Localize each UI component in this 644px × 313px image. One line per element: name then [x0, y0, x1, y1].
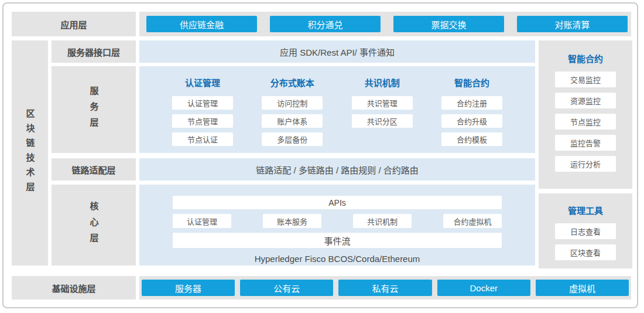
- service-item: 节点管理: [172, 114, 233, 128]
- app-layer-label: 应用层: [12, 12, 136, 36]
- monitor-item: 节点监控: [555, 114, 616, 130]
- service-column-auth: 认证管理 认证管理节点管理节点认证: [172, 76, 233, 153]
- link-routing-bar: 链路适配 / 多链路由 / 路由规则 / 合约路由: [139, 158, 535, 181]
- service-item: 共识分区: [352, 114, 413, 128]
- monitor-item: 资源监控: [555, 93, 616, 108]
- tech-layer-label: 区块链技术层: [24, 109, 36, 197]
- service-item: 多层备份: [262, 132, 323, 146]
- service-column-header: 智能合约: [454, 76, 489, 89]
- event-stream-bar: 事件流: [173, 233, 502, 248]
- infra-button[interactable]: 虚拟机: [536, 280, 629, 296]
- infra-layer-label: 基础设施层: [12, 276, 136, 300]
- link-layer-label: 链路适配层: [52, 158, 136, 181]
- monitor-item: 运行分析: [555, 156, 616, 172]
- infra-button[interactable]: Docker: [437, 280, 530, 296]
- tool-item: 区块查看: [555, 244, 616, 260]
- monitor-item: 交易监控: [555, 72, 616, 87]
- service-item: 认证管理: [172, 96, 233, 110]
- service-layer-label-box: 服务层: [52, 66, 136, 153]
- service-item: 共识管理: [352, 96, 413, 110]
- interface-layer-label: 服务器接口层: [52, 40, 136, 63]
- architecture-diagram: 应用层 供应链金融积分通兑票据交换对账清算 区块链技术层 服务器接口层 应用 S…: [0, 0, 644, 313]
- infra-button[interactable]: 服务器: [142, 280, 235, 296]
- core-layer-label: 核心层: [88, 202, 100, 249]
- service-item: 合约模板: [441, 132, 502, 146]
- service-item: 访问控制: [262, 96, 323, 110]
- service-item: 合约升级: [441, 114, 502, 128]
- monitor-panel: 智能合约 交易监控资源监控节点监控监控告警运行分析: [539, 40, 632, 189]
- service-layer-label: 服务层: [88, 86, 100, 134]
- service-column-ledger: 分布式账本 访问控制账户体系多层备份: [262, 76, 323, 153]
- tech-layer-bar: 区块链技术层: [12, 40, 48, 266]
- service-item: 节点认证: [172, 132, 233, 146]
- service-column-contract: 智能合约 合约注册合约升级合约模板: [441, 76, 502, 153]
- app-button[interactable]: 供应链金融: [146, 16, 257, 32]
- apis-bar: APIs: [173, 196, 502, 209]
- infra-button[interactable]: 公有云: [240, 280, 333, 296]
- service-layer-panel: 认证管理 认证管理节点管理节点认证 分布式账本 访问控制账户体系多层备份 共识机…: [139, 66, 535, 153]
- app-layer-buttons: 供应链金融积分通兑票据交换对账清算: [139, 12, 631, 36]
- service-item: 账户体系: [262, 114, 323, 128]
- service-column-header: 共识机制: [365, 76, 400, 89]
- tools-panel-header: 管理工具: [568, 204, 603, 216]
- service-item: 合约注册: [441, 96, 502, 110]
- service-column-header: 分布式账本: [270, 76, 314, 89]
- core-module: 合约虚拟机: [443, 214, 502, 228]
- core-module: 账本服务: [263, 214, 321, 228]
- service-column-header: 认证管理: [185, 76, 220, 89]
- app-button[interactable]: 积分通兑: [270, 16, 381, 32]
- app-button[interactable]: 对账清算: [517, 16, 628, 32]
- infra-layer-buttons: 服务器公有云私有云Docker虚拟机: [139, 276, 631, 300]
- tool-item: 日志查看: [555, 223, 616, 239]
- app-button[interactable]: 票据交换: [393, 16, 504, 32]
- core-module: 认证管理: [173, 214, 231, 228]
- infra-button[interactable]: 私有云: [338, 280, 431, 296]
- service-column-consensus: 共识机制 共识管理共识分区: [352, 76, 413, 153]
- core-layer-panel: APIs 认证管理账本服务共识机制合约虚拟机 事件流 Hyperledger F…: [139, 185, 535, 266]
- monitor-item: 监控告警: [555, 135, 616, 151]
- monitor-panel-header: 智能合约: [568, 52, 603, 64]
- tools-panel: 管理工具 日志查看区块查看: [539, 193, 632, 268]
- core-modules-row: 认证管理账本服务共识机制合约虚拟机: [173, 214, 502, 228]
- sdk-api-bar: 应用 SDK/Rest API/ 事件通知: [139, 40, 535, 63]
- core-layer-label-box: 核心层: [52, 185, 136, 266]
- platforms-text: Hyperledger Fisco BCOS/Corda/Ethereum: [139, 254, 535, 264]
- core-module: 共识机制: [353, 214, 412, 228]
